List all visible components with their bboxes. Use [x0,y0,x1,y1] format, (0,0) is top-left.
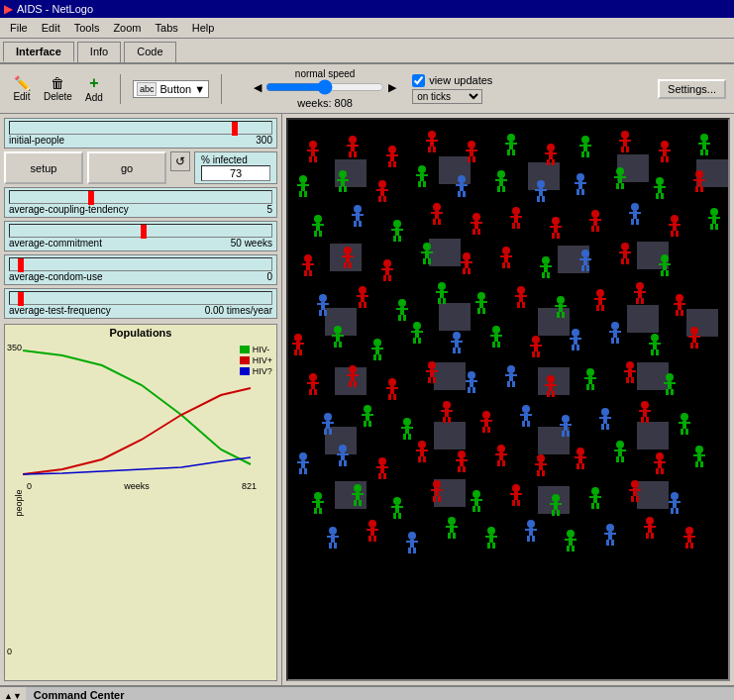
chart-y-min: 0 [7,647,12,656]
menu-help[interactable]: Help [186,20,221,36]
command-center-header: Command Center [26,687,734,700]
speed-max-icon: ▶ [388,81,396,94]
menu-file[interactable]: File [4,20,34,36]
separator-1 [120,74,121,104]
legend-color-hiv-unknown [240,367,250,375]
setup-button[interactable]: setup [4,151,83,184]
slider-name-condom: average-condom-use [9,271,103,282]
app-title: AIDS - NetLogo [17,3,93,15]
slider-row-initial-people [9,121,272,135]
delete-icon: 🗑 [51,75,64,91]
hiv-unknown-line [23,457,251,474]
left-panel: initial-people 300 setup go ↺ % infected… [0,114,282,685]
simulation-panel [286,118,730,681]
edit-button[interactable]: ✏️ Edit [8,75,36,102]
command-center: ▲▼ Command Center [0,685,734,700]
speed-slider-container: ◀ ▶ [254,79,396,95]
chart-x-max: 821 [242,481,257,491]
widget-dropdown-icon: ▼ [194,83,205,95]
slider-labels-initial-people: initial-people 300 [9,135,272,146]
legend-label-hiv-minus: HIV- [253,345,270,354]
refresh-button[interactable]: ↺ [170,151,190,171]
tab-code[interactable]: Code [124,42,175,62]
chart-bottom: 0 weeks 821 [5,481,276,493]
widget-selector[interactable]: abc Button ▼ [133,80,209,98]
legend-color-hiv-minus [240,346,250,353]
legend-hiv-minus: HIV- [240,345,272,354]
legend-label-hiv-plus: HIV+ [253,355,272,365]
legend-label-hiv-unknown: HIV? [253,366,272,376]
edit-icon: ✏️ [14,75,31,91]
slider-commitment: average-commitment 50 weeks [4,221,277,251]
slider-test-freq: average-test-frequency 0.00 times/year [4,288,277,319]
tab-interface[interactable]: Interface [3,42,74,62]
slider-value-initial-people: 300 [256,135,272,146]
slider-name-test-freq: average-test-frequency [9,305,111,316]
command-center-label: Command Center [34,689,125,700]
slider-value-test-freq: 0.00 times/year [205,305,272,316]
chart-svg [23,341,272,479]
speed-section: normal speed ◀ ▶ weeks: 808 [254,68,396,109]
tab-info[interactable]: Info [77,42,121,62]
title-bar: ▶ AIDS - NetLogo [0,0,734,18]
slider-name-initial-people: initial-people [9,135,64,146]
weeks-display: weeks: 808 [297,97,353,109]
chart-title: Populations [5,325,276,341]
simulation-canvas [288,120,730,681]
slider-name-coupling: average-coupling-tendency [9,204,129,215]
infected-monitor-label: % infected [201,154,270,165]
menu-tools[interactable]: Tools [68,20,106,36]
view-updates-checkbox[interactable] [412,74,425,87]
speed-min-icon: ◀ [254,81,262,94]
on-ticks-select[interactable]: on ticks continuous [412,89,482,104]
legend-color-hiv-plus [240,356,250,364]
menu-tabs[interactable]: Tabs [150,20,184,36]
chart-legend: HIV- HIV+ HIV? [240,345,272,377]
delete-button[interactable]: 🗑 Delete [44,75,72,102]
chart-y-label: people [14,489,24,516]
go-button[interactable]: go [87,151,166,184]
slider-value-commitment: 50 weeks [231,238,272,249]
on-ticks-row: on ticks continuous [412,89,492,104]
delete-label: Delete [44,91,72,102]
setup-go-row: setup go ↺ % infected 73 [4,151,277,184]
view-updates-label: view updates [429,74,492,86]
chart-y-max: 350 [7,343,22,352]
slider-condom: average-condom-use 0 [4,254,277,285]
tab-bar: Interface Info Code [0,39,734,64]
slider-thumb-coupling[interactable] [88,191,94,205]
expand-arrows-icon[interactable]: ▲▼ [0,690,26,701]
slider-name-commitment: average-commitment [9,238,102,249]
hiv-minus-line [23,350,251,464]
menu-edit[interactable]: Edit [36,20,66,36]
main-content: initial-people 300 setup go ↺ % infected… [0,114,734,685]
chart-x-label: weeks [124,481,150,491]
view-updates-row: view updates [412,74,492,87]
separator-2 [221,74,222,104]
widget-type-icon: abc [137,82,157,96]
chart-area: Populations 350 0 people HIV- HIV+ HIV? [4,324,277,681]
slider-thumb-commitment[interactable] [141,225,147,239]
add-label: Add [85,92,103,103]
slider-thumb-initial-people[interactable] [232,122,238,136]
add-button[interactable]: + Add [80,74,108,103]
speed-label: normal speed [295,68,356,79]
chart-x-min: 0 [27,481,32,491]
slider-value-coupling: 5 [266,204,272,215]
slider-thumb-test-freq[interactable] [18,292,24,306]
view-updates-section: view updates on ticks continuous [412,74,492,104]
toolbar: ✏️ Edit 🗑 Delete + Add abc Button ▼ norm… [0,64,734,114]
menu-zoom[interactable]: Zoom [107,20,147,36]
app-icon: ▶ [4,2,13,16]
infected-monitor-value: 73 [201,165,270,181]
slider-initial-people: initial-people 300 [4,118,277,149]
add-icon: + [89,74,98,92]
legend-hiv-unknown: HIV? [240,366,272,376]
widget-type-label: Button [159,83,191,95]
speed-slider[interactable] [265,79,384,95]
slider-value-condom: 0 [266,271,272,282]
slider-track-initial-people[interactable] [9,121,272,135]
settings-button[interactable]: Settings... [658,79,726,99]
edit-label: Edit [13,91,30,102]
slider-thumb-condom[interactable] [18,258,24,272]
